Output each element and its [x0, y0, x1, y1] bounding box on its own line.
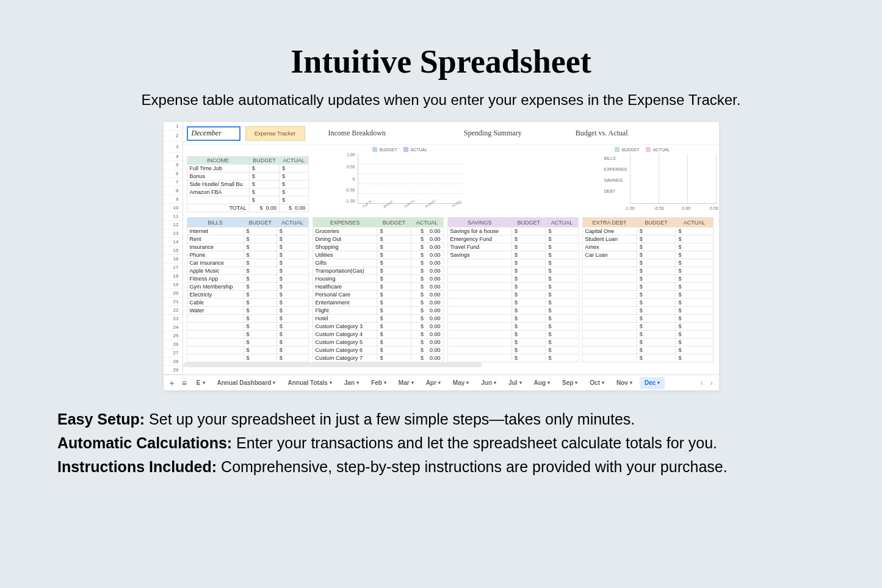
table-row[interactable]: $$	[447, 346, 578, 354]
table-row[interactable]: $$	[582, 323, 713, 331]
sheet-tab[interactable]: May▾	[448, 377, 474, 389]
table-row[interactable]: $$	[447, 323, 578, 331]
table-row[interactable]: Gym Membership$$	[187, 283, 308, 291]
table-row[interactable]: $$	[582, 315, 713, 323]
sheet-tab[interactable]: Apr▾	[421, 377, 446, 389]
table-row[interactable]: Savings$$	[447, 251, 578, 259]
table-row[interactable]: $$	[582, 275, 713, 283]
table-row[interactable]: Bonus$$	[187, 173, 308, 181]
table-row[interactable]: $$	[447, 275, 578, 283]
table-row[interactable]: Internet$$	[187, 228, 308, 235]
table-row[interactable]: Amazon FBA$$	[187, 188, 308, 196]
sheet-tab[interactable]: Jun▾	[476, 377, 501, 389]
row-number[interactable]: 12	[164, 221, 183, 229]
table-row[interactable]: $$	[447, 339, 578, 346]
table-row[interactable]: Custom Category 7$$ 0.00	[313, 354, 443, 362]
table-row[interactable]: Full Time Job$$	[187, 165, 308, 173]
table-row[interactable]: Electricty$$	[187, 291, 308, 299]
row-number[interactable]: 9	[164, 195, 183, 204]
table-row[interactable]: $$	[582, 283, 713, 291]
table-row[interactable]: Gifts$$ 0.00	[313, 259, 443, 267]
sheet-tab[interactable]: Oct▾	[585, 377, 609, 389]
sheet-tab[interactable]: Feb▾	[366, 377, 391, 389]
row-number[interactable]: 29	[164, 366, 183, 375]
row-number[interactable]: 28	[164, 357, 183, 366]
table-row[interactable]: Flight$$ 0.00	[313, 307, 443, 315]
sheet-tab[interactable]: Aug▾	[529, 377, 555, 389]
table-row[interactable]: Car Insurance$$	[187, 259, 308, 267]
table-row[interactable]: Utilities$$ 0.00	[313, 251, 443, 259]
table-row[interactable]: $$	[187, 323, 308, 331]
table-row[interactable]: Capital One$$	[582, 228, 713, 235]
table-row[interactable]: $$	[447, 315, 578, 323]
row-number[interactable]: 18	[164, 272, 183, 281]
row-number[interactable]: 8	[164, 187, 183, 195]
row-number[interactable]: 13	[164, 229, 183, 238]
scroll-tabs-left-icon[interactable]: ‹	[698, 379, 706, 387]
row-number[interactable]: 5	[164, 161, 183, 170]
table-row[interactable]: $$	[447, 267, 578, 275]
row-number[interactable]: 26	[164, 340, 183, 349]
table-row[interactable]: Rent$$	[187, 235, 308, 243]
add-sheet-icon[interactable]: +	[167, 378, 177, 388]
all-sheets-icon[interactable]: ≡	[179, 378, 189, 388]
table-row[interactable]: Custom Category 5$$ 0.00	[313, 339, 443, 346]
sheet-tab[interactable]: Mar▾	[394, 377, 419, 389]
table-row[interactable]: Dining Out$$ 0.00	[313, 235, 443, 243]
sheet-tab[interactable]: Sep▾	[557, 377, 582, 389]
table-row[interactable]: Side Hustle/ Small Bu$$	[187, 181, 308, 188]
row-number[interactable]: 14	[164, 238, 183, 246]
table-row[interactable]: Hotel$$ 0.00	[313, 315, 443, 323]
table-row[interactable]: $$	[187, 196, 308, 204]
row-number[interactable]: 19	[164, 281, 183, 289]
row-number[interactable]: 20	[164, 289, 183, 298]
table-row[interactable]: Healthcare$$ 0.00	[313, 283, 443, 291]
table-row[interactable]: Phone$$	[187, 251, 308, 259]
table-row[interactable]: $$	[447, 299, 578, 307]
table-row[interactable]: $$	[187, 339, 308, 346]
table-row[interactable]: $$	[447, 291, 578, 299]
table-row[interactable]: Insurance$$	[187, 243, 308, 251]
row-number[interactable]: 4	[164, 152, 183, 161]
table-row[interactable]: $$	[582, 307, 713, 315]
table-row[interactable]: Fitness App$$	[187, 275, 308, 283]
row-number[interactable]: 22	[164, 306, 183, 315]
row-number[interactable]: 24	[164, 323, 183, 332]
row-number[interactable]: 15	[164, 246, 183, 255]
table-row[interactable]: $$	[447, 331, 578, 339]
table-row[interactable]: $$	[582, 267, 713, 275]
row-number[interactable]: 27	[164, 349, 183, 357]
table-row[interactable]: Water$$	[187, 307, 308, 315]
row-number[interactable]: 25	[164, 332, 183, 340]
row-number[interactable]: 7	[164, 178, 183, 187]
table-row[interactable]: Custom Category 3$$ 0.00	[313, 323, 443, 331]
table-row[interactable]: $$	[582, 291, 713, 299]
row-number[interactable]: 1	[164, 122, 183, 131]
row-number[interactable]: 11	[164, 212, 183, 221]
expense-tracker-button[interactable]: Expense Tracker	[245, 126, 305, 141]
table-row[interactable]: Custom Category 4$$ 0.00	[313, 331, 443, 339]
table-row[interactable]: Personal Care$$ 0.00	[313, 291, 443, 299]
row-number[interactable]: 10	[164, 204, 183, 212]
row-number[interactable]: 21	[164, 298, 183, 306]
horizontal-scrollbar[interactable]	[183, 362, 482, 367]
sheet-tab[interactable]: Nov▾	[612, 377, 637, 389]
table-row[interactable]: $$	[582, 346, 713, 354]
row-number[interactable]: 23	[164, 315, 183, 323]
sheet-tab[interactable]: Jan▾	[339, 377, 364, 389]
scroll-tabs-right-icon[interactable]: ›	[708, 379, 715, 387]
sheet-tab[interactable]: Annual Dashboard▾	[212, 377, 281, 389]
row-number[interactable]: 6	[164, 170, 183, 178]
table-row[interactable]: Amex$$	[582, 243, 713, 251]
table-row[interactable]: $$	[187, 331, 308, 339]
table-row[interactable]: Custom Category 6$$ 0.00	[313, 346, 443, 354]
table-row[interactable]: Apple Music$$	[187, 267, 308, 275]
table-row[interactable]: $$	[187, 354, 308, 362]
row-number[interactable]: 17	[164, 264, 183, 272]
table-row[interactable]: Groceries$$ 0.00	[313, 228, 443, 235]
table-row[interactable]: Car Loan$$	[582, 251, 713, 259]
table-row[interactable]: $$	[582, 354, 713, 362]
table-row[interactable]: $$	[447, 259, 578, 267]
table-row[interactable]: $$	[582, 331, 713, 339]
table-row[interactable]: $$	[447, 354, 578, 362]
